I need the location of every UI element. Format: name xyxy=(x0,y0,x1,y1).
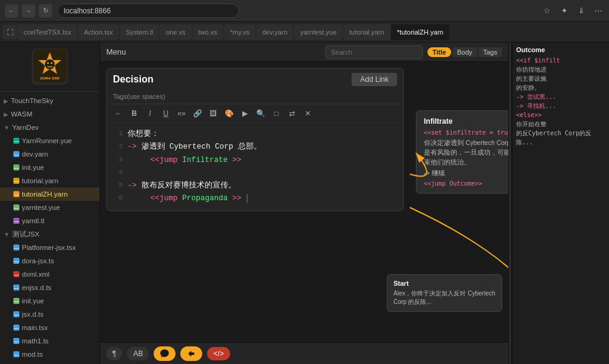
chevron-right-icon: ▶ xyxy=(4,98,9,104)
infiltrate-card-jump: <<jump Outcome>> xyxy=(424,180,508,187)
file-icon: — xyxy=(13,285,19,291)
menu-label[interactable]: Menu xyxy=(106,47,126,56)
right-panel-title: Outcome xyxy=(516,46,605,53)
star-icon[interactable]: ✦ xyxy=(558,5,570,17)
sidebar-item-platformerjsx[interactable]: — Platformer-jsx.tsx xyxy=(0,241,100,254)
add-link-button[interactable]: Add Link xyxy=(352,73,397,86)
sidebar-item-yarntltl[interactable]: — yarntl.tl xyxy=(0,214,100,228)
download-icon[interactable]: ⇓ xyxy=(575,5,587,17)
file-label: init.yue xyxy=(22,297,44,305)
bookmark-icon[interactable]: ☆ xyxy=(541,5,553,17)
sidebar-item-dxml[interactable]: — dxml.xml xyxy=(0,268,100,281)
more-icon[interactable]: ⋯ xyxy=(592,5,604,17)
speech-button[interactable] xyxy=(154,346,175,361)
file-icon: — xyxy=(13,178,19,184)
fmt-link-button[interactable]: 🔗 xyxy=(191,107,204,120)
fmt-color-button[interactable]: 🎨 xyxy=(222,107,236,120)
tab-btn-body[interactable]: Body xyxy=(452,47,477,57)
file-icon: — xyxy=(13,271,19,277)
forward-button[interactable]: → xyxy=(22,4,35,18)
tags-row[interactable]: Tags(use spaces) xyxy=(107,90,403,104)
tab-expand-button[interactable]: ⛶ xyxy=(2,25,17,39)
right-panel: Outcome <<if $infilt 你彷徨地进 的主要设施 的安静。 ->… xyxy=(512,42,609,364)
sidebar-item-yarntestyue[interactable]: — yarntest.yue xyxy=(0,201,100,214)
svg-point-2 xyxy=(45,59,55,69)
fmt-play-button[interactable]: ▶ xyxy=(238,107,251,120)
tab-btn-tags[interactable]: Tags xyxy=(478,47,502,57)
code-line-2: 2 -> 渗透到 Cybertech Corp 总部。 xyxy=(113,141,397,153)
file-icon: — xyxy=(13,338,19,344)
refresh-button[interactable]: ↻ xyxy=(39,4,52,18)
sidebar-item-inityue[interactable]: — init.yue xyxy=(0,161,100,174)
fmt-underline-button[interactable]: U xyxy=(159,107,172,120)
ab-button[interactable]: AB xyxy=(127,347,149,360)
node-title-input[interactable] xyxy=(113,74,347,85)
sidebar-item-enjsx[interactable]: — enjsx.d.ts xyxy=(0,281,100,294)
tab-tutorialYarn[interactable]: tutorial.yarn xyxy=(343,24,390,40)
sidebar-item-yarndev[interactable]: ▼ YarnDev xyxy=(0,121,100,134)
chevron-down-icon: ▼ xyxy=(4,231,10,238)
file-icon: — xyxy=(13,258,19,264)
file-label: dxml.xml xyxy=(22,271,49,278)
tab-yarntestYue[interactable]: yarntest.yue xyxy=(294,24,342,40)
tab-ccelTestTSX[interactable]: ccelTestTSX.tsx xyxy=(18,24,77,40)
file-label: jsx.d.ts xyxy=(22,311,44,318)
infiltrate-card-text: 你决定渗透到 Cybertech Corp，这是有风险的，一旦成功，可能会结束他… xyxy=(424,138,508,167)
sidebar-item-math1ts[interactable]: — math1.ts xyxy=(0,334,100,348)
code-button[interactable]: </> xyxy=(207,347,230,360)
folder-label: TouchTheSky xyxy=(11,97,53,104)
tab-devYarn[interactable]: dev.yarn xyxy=(256,24,293,40)
file-icon: — xyxy=(13,204,19,211)
tab-myVs[interactable]: *my.vs xyxy=(224,24,256,40)
search-input[interactable] xyxy=(325,46,423,59)
sidebar-item-touchthesky[interactable]: ▶ TouchTheSky xyxy=(0,94,100,107)
chevron-down-icon: ▼ xyxy=(4,124,10,131)
fmt-close-button[interactable]: ✕ xyxy=(301,107,315,120)
tab-ActionTsx[interactable]: Action.tsx xyxy=(78,24,119,40)
fmt-search-button[interactable]: 🔍 xyxy=(254,107,267,120)
fmt-undo-button[interactable]: ← xyxy=(112,107,125,120)
file-label: mod.ts xyxy=(22,351,43,358)
back-button[interactable]: ← xyxy=(5,4,18,18)
tab-tutorialZHYarn[interactable]: *tutorialZH.yarn xyxy=(391,24,449,40)
sidebar-item-inityue2[interactable]: — init.yue xyxy=(0,294,100,308)
sidebar-item-modts[interactable]: — mod.ts xyxy=(0,348,100,361)
sidebar-item-testjsx[interactable]: ▼ 测试JSX xyxy=(0,228,100,241)
sidebar-item-tutorialyarn[interactable]: — tutorial.yarn xyxy=(0,174,100,187)
sidebar-item-wasm[interactable]: ▶ WASM xyxy=(0,107,100,121)
sidebar-item-dorajsx[interactable]: — dora-jsx.ts xyxy=(0,254,100,268)
file-icon: — xyxy=(13,351,19,357)
arrow-button[interactable] xyxy=(180,346,202,361)
para-button[interactable]: ¶ xyxy=(106,347,122,360)
fmt-swap-button[interactable]: ⇄ xyxy=(285,107,299,120)
main-layout: DORA SSR ▶ TouchTheSky ▶ WASM ▼ YarnDev … xyxy=(0,42,609,364)
fmt-box-button[interactable]: □ xyxy=(270,107,283,120)
fmt-italic-button[interactable]: I xyxy=(143,107,157,120)
rpanel-line-1: <<if $infilt xyxy=(516,56,605,65)
folder-label: YarnDev xyxy=(12,124,39,131)
fmt-quote-button[interactable]: «» xyxy=(175,107,188,120)
tab-btn-title[interactable]: Title xyxy=(427,47,451,57)
tab-twoVs[interactable]: two.vs xyxy=(192,24,223,40)
sidebar-item-onevs[interactable]: — one.vs xyxy=(0,361,100,364)
file-label: init.yue xyxy=(22,164,44,171)
rpanel-line-3: 的主要设施 xyxy=(516,74,605,83)
node-editor-canvas: Add Link Tags(use spaces) ← B I U «» 🔗 🖼… xyxy=(100,62,508,342)
code-editor[interactable]: 1 你想要： 2 -> 渗透到 Cybertech Corp 总部。 3 xyxy=(107,123,403,211)
sidebar-item-maintsx[interactable]: — main.tsx xyxy=(0,321,100,334)
sidebar-item-tutorialzhyarn[interactable]: — tutorialZH.yarn xyxy=(0,187,100,201)
file-label: tutorialZH.yarn xyxy=(22,190,67,198)
fmt-bold-button[interactable]: B xyxy=(128,107,141,120)
sidebar-item-devyarn[interactable]: — dev.yarn xyxy=(0,147,100,161)
rpanel-arrow2: -> 寻找机... xyxy=(516,101,605,110)
tab-oneVs[interactable]: one.vs xyxy=(160,24,191,40)
sidebar-item-yarnrunner[interactable]: — YarnRunner.yue xyxy=(0,134,100,147)
svg-point-3 xyxy=(47,62,49,64)
start-card-text: Alex，你终于决定加入反对 Cybertech Corp 的反陈... xyxy=(393,289,495,306)
bottom-toolbar: ¶ AB </> xyxy=(100,342,508,364)
url-bar[interactable] xyxy=(57,4,239,18)
fmt-image-button[interactable]: 🖼 xyxy=(206,107,220,120)
sidebar-item-jsxdts[interactable]: — jsx.d.ts xyxy=(0,308,100,321)
file-label: yarntest.yue xyxy=(22,204,60,211)
tab-SystemTl[interactable]: System.tl xyxy=(120,24,159,40)
